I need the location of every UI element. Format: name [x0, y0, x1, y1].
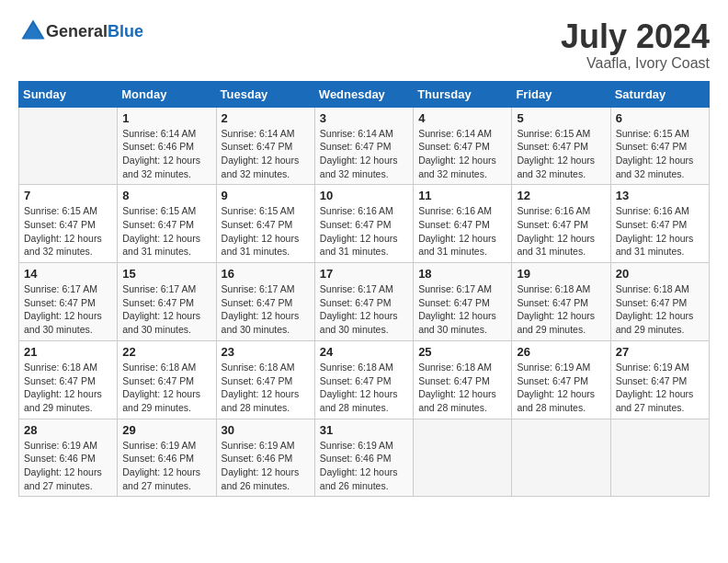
logo-general: General [46, 22, 108, 40]
day-info: Sunrise: 6:19 AMSunset: 6:47 PMDaylight:… [616, 361, 704, 415]
calendar-cell: 29Sunrise: 6:19 AMSunset: 6:46 PMDayligh… [118, 419, 216, 497]
day-info: Sunrise: 6:18 AMSunset: 6:47 PMDaylight:… [616, 282, 704, 337]
calendar-cell: 25Sunrise: 6:18 AMSunset: 6:47 PMDayligh… [414, 340, 512, 419]
page-header: GeneralBlue July 2024 Vaafla, Ivory Coas… [18, 18, 710, 72]
day-info: Sunrise: 6:18 AMSunset: 6:47 PMDaylight:… [418, 361, 506, 415]
day-number: 30 [222, 423, 310, 437]
day-number: 27 [616, 345, 704, 359]
week-row-3: 14Sunrise: 6:17 AMSunset: 6:47 PMDayligh… [19, 263, 710, 341]
day-info: Sunrise: 6:17 AMSunset: 6:47 PMDaylight:… [222, 282, 310, 337]
day-number: 15 [122, 267, 210, 281]
day-number: 6 [616, 111, 704, 125]
day-info: Sunrise: 6:16 AMSunset: 6:47 PMDaylight:… [517, 204, 605, 259]
day-number: 11 [418, 189, 506, 202]
calendar-cell: 23Sunrise: 6:18 AMSunset: 6:47 PMDayligh… [216, 340, 314, 419]
logo-icon [20, 18, 46, 44]
day-number: 21 [24, 345, 112, 359]
calendar-cell: 11Sunrise: 6:16 AMSunset: 6:47 PMDayligh… [414, 185, 512, 263]
calendar-table: SundayMondayTuesdayWednesdayThursdayFrid… [18, 81, 710, 498]
calendar-cell: 13Sunrise: 6:16 AMSunset: 6:47 PMDayligh… [610, 185, 709, 263]
calendar-cell: 2Sunrise: 6:14 AMSunset: 6:47 PMDaylight… [216, 107, 314, 185]
calendar-cell: 5Sunrise: 6:15 AMSunset: 6:47 PMDaylight… [512, 107, 610, 185]
day-number: 8 [122, 189, 210, 202]
day-of-week-monday: Monday [118, 81, 216, 107]
calendar-cell: 17Sunrise: 6:17 AMSunset: 6:47 PMDayligh… [314, 263, 413, 341]
calendar-cell: 22Sunrise: 6:18 AMSunset: 6:47 PMDayligh… [118, 340, 216, 419]
day-info: Sunrise: 6:14 AMSunset: 6:47 PMDaylight:… [320, 127, 408, 181]
day-number: 23 [222, 345, 310, 359]
calendar-cell: 21Sunrise: 6:18 AMSunset: 6:47 PMDayligh… [19, 340, 118, 419]
day-of-week-thursday: Thursday [414, 81, 512, 107]
day-info: Sunrise: 6:18 AMSunset: 6:47 PMDaylight:… [320, 361, 408, 415]
day-number: 16 [222, 267, 310, 281]
day-info: Sunrise: 6:15 AMSunset: 6:47 PMDaylight:… [517, 127, 605, 181]
day-of-week-saturday: Saturday [610, 81, 709, 107]
calendar-cell: 16Sunrise: 6:17 AMSunset: 6:47 PMDayligh… [216, 263, 314, 341]
calendar-cell: 31Sunrise: 6:19 AMSunset: 6:46 PMDayligh… [314, 419, 413, 497]
calendar-cell: 3Sunrise: 6:14 AMSunset: 6:47 PMDaylight… [314, 107, 413, 185]
day-info: Sunrise: 6:14 AMSunset: 6:47 PMDaylight:… [222, 127, 310, 181]
calendar-cell [512, 419, 610, 497]
day-number: 22 [122, 345, 210, 359]
day-number: 13 [616, 189, 704, 202]
day-number: 3 [320, 111, 408, 125]
calendar-cell: 19Sunrise: 6:18 AMSunset: 6:47 PMDayligh… [512, 263, 610, 341]
location-text: Vaafla, Ivory Coast [561, 55, 710, 72]
calendar-cell: 7Sunrise: 6:15 AMSunset: 6:47 PMDaylight… [19, 185, 118, 263]
day-number: 20 [616, 267, 704, 281]
day-number: 7 [24, 189, 112, 202]
calendar-cell: 26Sunrise: 6:19 AMSunset: 6:47 PMDayligh… [512, 340, 610, 419]
day-info: Sunrise: 6:14 AMSunset: 6:46 PMDaylight:… [122, 127, 210, 181]
day-info: Sunrise: 6:17 AMSunset: 6:47 PMDaylight:… [122, 282, 210, 337]
day-number: 1 [122, 111, 210, 125]
calendar-cell: 20Sunrise: 6:18 AMSunset: 6:47 PMDayligh… [610, 263, 709, 341]
day-number: 19 [517, 267, 605, 281]
day-number: 18 [418, 267, 506, 281]
day-number: 2 [222, 111, 310, 125]
day-info: Sunrise: 6:17 AMSunset: 6:47 PMDaylight:… [320, 282, 408, 337]
calendar-cell: 27Sunrise: 6:19 AMSunset: 6:47 PMDayligh… [610, 340, 709, 419]
day-number: 31 [320, 423, 408, 437]
calendar-cell [610, 419, 709, 497]
calendar-cell: 14Sunrise: 6:17 AMSunset: 6:47 PMDayligh… [19, 263, 118, 341]
calendar-cell: 4Sunrise: 6:14 AMSunset: 6:47 PMDaylight… [414, 107, 512, 185]
day-number: 28 [24, 423, 112, 437]
day-info: Sunrise: 6:17 AMSunset: 6:47 PMDaylight:… [24, 282, 112, 337]
day-of-week-friday: Friday [512, 81, 610, 107]
calendar-cell: 28Sunrise: 6:19 AMSunset: 6:46 PMDayligh… [19, 419, 118, 497]
day-number: 29 [122, 423, 210, 437]
day-number: 4 [418, 111, 506, 125]
day-number: 25 [418, 345, 506, 359]
day-number: 24 [320, 345, 408, 359]
day-info: Sunrise: 6:19 AMSunset: 6:46 PMDaylight:… [222, 439, 310, 493]
day-number: 17 [320, 267, 408, 281]
day-info: Sunrise: 6:14 AMSunset: 6:47 PMDaylight:… [418, 127, 506, 181]
calendar-body: 1Sunrise: 6:14 AMSunset: 6:46 PMDaylight… [19, 107, 710, 497]
day-info: Sunrise: 6:15 AMSunset: 6:47 PMDaylight:… [616, 127, 704, 181]
day-info: Sunrise: 6:16 AMSunset: 6:47 PMDaylight:… [418, 204, 506, 259]
day-info: Sunrise: 6:19 AMSunset: 6:46 PMDaylight:… [122, 439, 210, 493]
day-number: 5 [517, 111, 605, 125]
day-number: 26 [517, 345, 605, 359]
day-number: 10 [320, 189, 408, 202]
day-number: 12 [517, 189, 605, 202]
day-info: Sunrise: 6:19 AMSunset: 6:47 PMDaylight:… [517, 361, 605, 415]
day-info: Sunrise: 6:17 AMSunset: 6:47 PMDaylight:… [418, 282, 506, 337]
day-info: Sunrise: 6:15 AMSunset: 6:47 PMDaylight:… [122, 204, 210, 259]
logo-text: GeneralBlue [46, 22, 143, 41]
logo: GeneralBlue [18, 18, 143, 44]
day-info: Sunrise: 6:16 AMSunset: 6:47 PMDaylight:… [616, 204, 704, 259]
day-of-week-sunday: Sunday [19, 81, 118, 107]
day-info: Sunrise: 6:19 AMSunset: 6:46 PMDaylight:… [24, 439, 112, 493]
calendar-cell: 1Sunrise: 6:14 AMSunset: 6:46 PMDaylight… [118, 107, 216, 185]
week-row-5: 28Sunrise: 6:19 AMSunset: 6:46 PMDayligh… [19, 419, 710, 497]
calendar-cell: 15Sunrise: 6:17 AMSunset: 6:47 PMDayligh… [118, 263, 216, 341]
day-info: Sunrise: 6:15 AMSunset: 6:47 PMDaylight:… [24, 204, 112, 259]
day-info: Sunrise: 6:16 AMSunset: 6:47 PMDaylight:… [320, 204, 408, 259]
day-info: Sunrise: 6:18 AMSunset: 6:47 PMDaylight:… [122, 361, 210, 415]
day-of-week-wednesday: Wednesday [314, 81, 413, 107]
calendar-cell: 10Sunrise: 6:16 AMSunset: 6:47 PMDayligh… [314, 185, 413, 263]
day-number: 9 [222, 189, 310, 202]
day-of-week-tuesday: Tuesday [216, 81, 314, 107]
calendar-cell: 30Sunrise: 6:19 AMSunset: 6:46 PMDayligh… [216, 419, 314, 497]
